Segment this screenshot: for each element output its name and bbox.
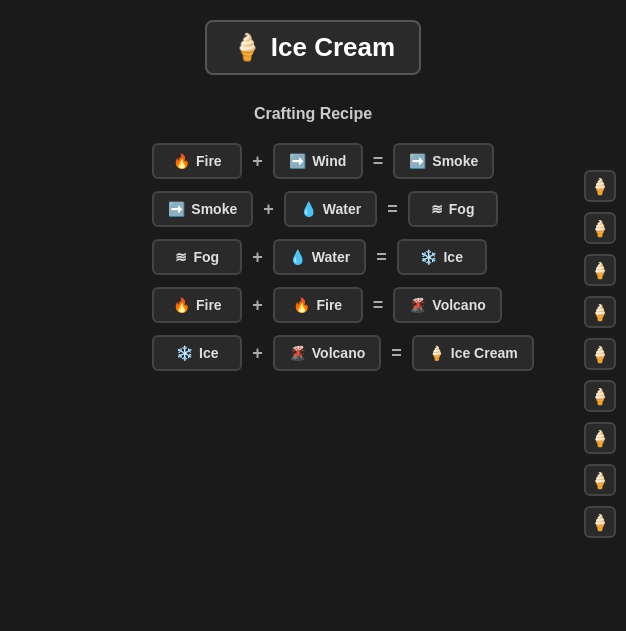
ingredient2-label: Volcano xyxy=(312,345,365,361)
recipe-row: ❄️ Ice + 🌋 Volcano = 🍦 Ice Cream xyxy=(152,335,533,371)
section-heading: Crafting Recipe xyxy=(254,105,372,123)
recipe-row: 🔥 Fire + 🔥 Fire = 🌋 Volcano xyxy=(152,287,501,323)
ingredient2-badge[interactable]: 💧 Water xyxy=(273,239,366,275)
ingredient1-badge[interactable]: ➡️ Smoke xyxy=(152,191,253,227)
ingredient2-label: Water xyxy=(323,201,361,217)
ingredient1-icon: ❄️ xyxy=(176,345,193,361)
ingredient2-label: Fire xyxy=(316,297,342,313)
result-label: Smoke xyxy=(432,153,478,169)
ingredient2-label: Wind xyxy=(312,153,346,169)
plus-operator: + xyxy=(252,343,263,364)
ingredient2-icon: 💧 xyxy=(300,201,317,217)
sidebar-icon[interactable]: 🍦 xyxy=(584,506,616,538)
result-badge[interactable]: ❄️ Ice xyxy=(397,239,487,275)
ingredient2-badge[interactable]: ➡️ Wind xyxy=(273,143,363,179)
ingredient1-icon: ≋ xyxy=(175,249,187,265)
plus-operator: + xyxy=(252,151,263,172)
equals-operator: = xyxy=(373,295,384,316)
sidebar-icon[interactable]: 🍦 xyxy=(584,422,616,454)
result-badge[interactable]: 🍦 Ice Cream xyxy=(412,335,534,371)
result-icon: 🌋 xyxy=(409,297,426,313)
title-badge: 🍦 Ice Cream xyxy=(205,20,421,75)
ingredient1-icon: 🔥 xyxy=(173,297,190,313)
result-icon: ➡️ xyxy=(409,153,426,169)
ingredient1-badge[interactable]: 🔥 Fire xyxy=(152,287,242,323)
ingredient2-icon: 💧 xyxy=(289,249,306,265)
recipe-row: 🔥 Fire + ➡️ Wind = ➡️ Smoke xyxy=(152,143,494,179)
equals-operator: = xyxy=(391,343,402,364)
equals-operator: = xyxy=(387,199,398,220)
plus-operator: + xyxy=(252,247,263,268)
ingredient1-label: Ice xyxy=(199,345,218,361)
title-label: Ice Cream xyxy=(271,32,395,63)
result-icon: 🍦 xyxy=(428,345,445,361)
sidebar-icons: 🍦🍦🍦🍦🍦🍦🍦🍦🍦 xyxy=(584,170,616,538)
sidebar-icon[interactable]: 🍦 xyxy=(584,254,616,286)
equals-operator: = xyxy=(373,151,384,172)
ingredient2-badge[interactable]: 🔥 Fire xyxy=(273,287,363,323)
plus-operator: + xyxy=(252,295,263,316)
title-icon: 🍦 xyxy=(231,32,263,63)
result-icon: ❄️ xyxy=(420,249,437,265)
result-badge[interactable]: 🌋 Volcano xyxy=(393,287,501,323)
ingredient1-badge[interactable]: ❄️ Ice xyxy=(152,335,242,371)
result-label: Ice Cream xyxy=(451,345,518,361)
sidebar-icon[interactable]: 🍦 xyxy=(584,212,616,244)
sidebar-icon[interactable]: 🍦 xyxy=(584,170,616,202)
recipe-row: ≋ Fog + 💧 Water = ❄️ Ice xyxy=(152,239,486,275)
ingredient2-icon: ➡️ xyxy=(289,153,306,169)
sidebar-icon[interactable]: 🍦 xyxy=(584,338,616,370)
ingredient1-icon: 🔥 xyxy=(173,153,190,169)
ingredient1-badge[interactable]: ≋ Fog xyxy=(152,239,242,275)
ingredient2-badge[interactable]: 💧 Water xyxy=(284,191,377,227)
result-badge[interactable]: ➡️ Smoke xyxy=(393,143,494,179)
main-container: 🍦 Ice Cream Crafting Recipe 🔥 Fire + ➡️ … xyxy=(0,0,626,371)
ingredient1-icon: ➡️ xyxy=(168,201,185,217)
sidebar-icon[interactable]: 🍦 xyxy=(584,464,616,496)
result-icon: ≋ xyxy=(431,201,443,217)
ingredient2-icon: 🌋 xyxy=(289,345,306,361)
result-label: Fog xyxy=(449,201,475,217)
result-label: Ice xyxy=(443,249,462,265)
result-badge[interactable]: ≋ Fog xyxy=(408,191,498,227)
recipe-row: ➡️ Smoke + 💧 Water = ≋ Fog xyxy=(152,191,497,227)
ingredient1-badge[interactable]: 🔥 Fire xyxy=(152,143,242,179)
ingredient1-label: Fog xyxy=(193,249,219,265)
result-label: Volcano xyxy=(432,297,485,313)
ingredient2-icon: 🔥 xyxy=(293,297,310,313)
sidebar-icon[interactable]: 🍦 xyxy=(584,380,616,412)
ingredient2-label: Water xyxy=(312,249,350,265)
recipe-container: 🔥 Fire + ➡️ Wind = ➡️ Smoke ➡️ Smoke + 💧… xyxy=(152,143,533,371)
equals-operator: = xyxy=(376,247,387,268)
ingredient2-badge[interactable]: 🌋 Volcano xyxy=(273,335,381,371)
ingredient1-label: Fire xyxy=(196,297,222,313)
ingredient1-label: Fire xyxy=(196,153,222,169)
plus-operator: + xyxy=(263,199,274,220)
ingredient1-label: Smoke xyxy=(191,201,237,217)
sidebar-icon[interactable]: 🍦 xyxy=(584,296,616,328)
